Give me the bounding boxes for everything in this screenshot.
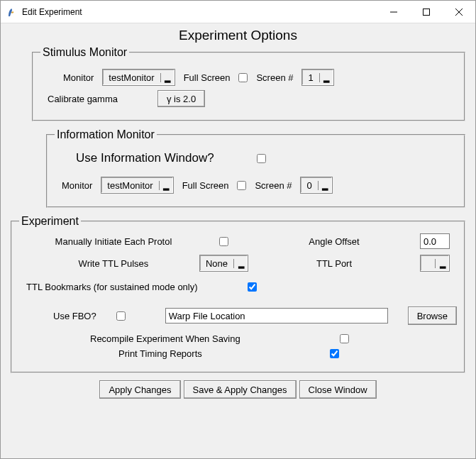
experiment-legend: Experiment bbox=[19, 215, 81, 228]
browse-button[interactable]: Browse bbox=[408, 306, 457, 325]
chevron-down-icon: ▂ bbox=[435, 259, 449, 268]
titlebar: Edit Experiment bbox=[1, 1, 475, 23]
window-controls bbox=[377, 1, 475, 23]
stimulus-monitor-group: Stimulus Monitor Monitor testMonitor ▂ F… bbox=[32, 46, 465, 121]
experiment-grid: Manually Initiate Each Protol Angle Offs… bbox=[40, 233, 450, 272]
stimulus-legend: Stimulus Monitor bbox=[40, 46, 129, 59]
timing-row: Print Timing Reports bbox=[19, 348, 457, 359]
stimulus-row2: Calibrate gamma γ is 2.0 bbox=[40, 90, 457, 107]
write-ttl-value: None bbox=[200, 258, 233, 269]
stimulus-monitor-label: Monitor bbox=[63, 72, 94, 83]
fbo-row: Use FBO? Browse bbox=[19, 306, 457, 325]
chevron-down-icon: ▂ bbox=[160, 73, 175, 82]
info-monitor-dropdown[interactable]: testMonitor ▂ bbox=[101, 177, 173, 194]
chevron-down-icon: ▂ bbox=[159, 181, 173, 190]
apply-changes-button[interactable]: Apply Changes bbox=[99, 380, 180, 399]
angle-offset-input[interactable] bbox=[420, 233, 450, 249]
timing-checkbox[interactable] bbox=[330, 349, 339, 358]
stimulus-screen-label: Screen # bbox=[256, 72, 293, 83]
close-window-button[interactable]: Close Window bbox=[299, 380, 377, 399]
chevron-down-icon: ▂ bbox=[318, 181, 332, 190]
info-screen-value: 0 bbox=[301, 180, 317, 191]
use-info-window-label: Use Information Window? bbox=[76, 151, 214, 165]
maximize-button[interactable] bbox=[410, 1, 443, 23]
info-monitor-value: testMonitor bbox=[101, 180, 158, 191]
calibrate-gamma-label: Calibrate gamma bbox=[48, 94, 118, 104]
timing-label: Print Timing Reports bbox=[118, 348, 202, 359]
svg-rect-1 bbox=[424, 9, 430, 15]
manual-initiate-checkbox[interactable] bbox=[219, 237, 228, 246]
bottom-buttons: Apply Changes Save & Apply Changes Close… bbox=[11, 380, 465, 399]
ttl-port-dropdown[interactable]: ▂ bbox=[420, 255, 450, 272]
info-screen-label: Screen # bbox=[255, 180, 292, 191]
info-screen-dropdown[interactable]: 0 ▂ bbox=[300, 177, 332, 194]
app-icon bbox=[6, 6, 18, 18]
save-apply-changes-button[interactable]: Save & Apply Changes bbox=[184, 380, 297, 399]
recompile-label: Recompile Experiment When Saving bbox=[90, 333, 240, 344]
recompile-row: Recompile Experiment When Saving bbox=[19, 333, 457, 344]
write-ttl-label: Write TTL Pulses bbox=[40, 258, 187, 269]
information-monitor-group: Information Monitor Use Information Wind… bbox=[46, 128, 465, 208]
warp-file-input[interactable] bbox=[165, 308, 388, 323]
stimulus-fullscreen-checkbox[interactable] bbox=[238, 73, 248, 82]
chevron-down-icon: ▂ bbox=[319, 73, 333, 82]
minimize-button[interactable] bbox=[377, 1, 410, 23]
chevron-down-icon: ▂ bbox=[233, 259, 248, 268]
recompile-checkbox[interactable] bbox=[340, 334, 349, 343]
stimulus-monitor-value: testMonitor bbox=[103, 72, 160, 83]
window-title: Edit Experiment bbox=[22, 7, 377, 17]
stimulus-monitor-dropdown[interactable]: testMonitor ▂ bbox=[102, 69, 175, 86]
info-fullscreen-checkbox[interactable] bbox=[237, 181, 246, 190]
write-ttl-dropdown[interactable]: None ▂ bbox=[199, 255, 248, 272]
info-legend: Information Monitor bbox=[55, 128, 157, 141]
info-fullscreen-label: Full Screen bbox=[182, 180, 229, 191]
bookmarks-row: TTL Bookmarks (for sustained mode only) bbox=[19, 282, 457, 292]
close-button[interactable] bbox=[443, 1, 475, 23]
stimulus-screen-dropdown[interactable]: 1 ▂ bbox=[301, 69, 333, 86]
use-fbo-checkbox[interactable] bbox=[116, 311, 126, 321]
manual-initiate-label: Manually Initiate Each Protol bbox=[40, 236, 187, 247]
content-area: Experiment Options Stimulus Monitor Moni… bbox=[1, 23, 475, 458]
info-row: Monitor testMonitor ▂ Full Screen Screen… bbox=[55, 177, 457, 194]
info-monitor-label: Monitor bbox=[62, 180, 92, 191]
stimulus-fullscreen-label: Full Screen bbox=[184, 72, 231, 83]
page-title: Experiment Options bbox=[11, 28, 465, 43]
gamma-button[interactable]: γ is 2.0 bbox=[157, 90, 205, 107]
app-window: Edit Experiment Experiment Options Stimu… bbox=[0, 0, 476, 459]
use-info-window-checkbox[interactable] bbox=[257, 154, 266, 163]
angle-offset-label: Angle Offset bbox=[261, 236, 407, 247]
ttl-bookmarks-label: TTL Bookmarks (for sustained mode only) bbox=[26, 282, 198, 292]
use-fbo-label: Use FBO? bbox=[53, 311, 96, 321]
info-use-row: Use Information Window? bbox=[55, 151, 457, 165]
stimulus-screen-value: 1 bbox=[302, 72, 319, 83]
stimulus-row1: Monitor testMonitor ▂ Full Screen Screen… bbox=[40, 69, 457, 86]
ttl-bookmarks-checkbox[interactable] bbox=[248, 282, 257, 292]
ttl-port-label: TTL Port bbox=[261, 258, 407, 269]
experiment-group: Experiment Manually Initiate Each Protol… bbox=[11, 215, 465, 373]
